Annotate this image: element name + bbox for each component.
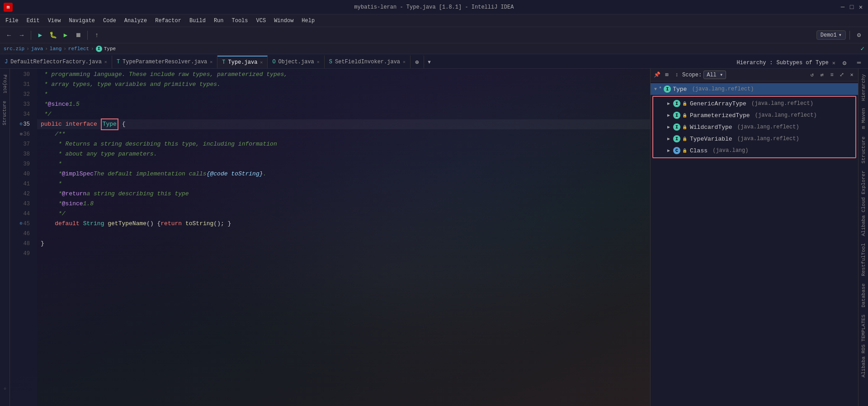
root-label: Type bbox=[673, 86, 687, 93]
right-sidebar-database[interactable]: Database bbox=[860, 280, 867, 311]
arrow-4[interactable]: ▶ bbox=[666, 136, 671, 142]
sidebar-project-icon[interactable]: Project bbox=[0, 71, 9, 98]
arrow-2[interactable]: ▶ bbox=[666, 113, 671, 118]
hierarchy-swap-btn[interactable]: ⇄ bbox=[817, 71, 826, 80]
hierarchy-item-wildcardtype[interactable]: ▶ I 🔒 WildcardType (java.lang.reflect) bbox=[653, 121, 855, 133]
breadcrumb-type[interactable]: Type bbox=[104, 46, 116, 52]
minimize-button[interactable]: ─ bbox=[839, 4, 846, 11]
menu-run[interactable]: Run bbox=[210, 17, 227, 25]
sidebar-favorites-icon[interactable]: ☆ bbox=[0, 384, 10, 393]
menu-navigate[interactable]: Navigate bbox=[65, 17, 99, 25]
hierarchy-sort-btn[interactable]: ↕ bbox=[672, 71, 681, 80]
hierarchy-align-btn[interactable]: ≡ bbox=[827, 71, 836, 80]
code-text-31: * array types, type variables and primit… bbox=[41, 80, 221, 90]
breadcrumb-java[interactable]: java bbox=[31, 46, 43, 52]
debug-button[interactable]: 🐛 bbox=[47, 30, 58, 41]
right-sidebar-restful[interactable]: RestfulTool bbox=[860, 240, 867, 280]
code-text-44: */ bbox=[41, 209, 66, 219]
menu-edit[interactable]: Edit bbox=[23, 17, 43, 25]
editor-container[interactable]: 30 31 32 33 34 ⊙35 ⊟36 37 38 39 40 41 42… bbox=[10, 69, 650, 406]
hierarchy-root-item[interactable]: ▼ * I Type (java.lang.reflect) bbox=[651, 83, 858, 95]
menu-vcs[interactable]: VCS bbox=[253, 17, 270, 25]
menu-tools[interactable]: Tools bbox=[228, 17, 252, 25]
tab-typejava[interactable]: T Type.java ✕ bbox=[217, 56, 268, 68]
tab-close-5[interactable]: ✕ bbox=[403, 59, 406, 65]
hierarchy-expand-btn[interactable]: ⤢ bbox=[837, 71, 846, 80]
code-type-name: Type bbox=[101, 118, 118, 130]
code-line-35: public interface Type { bbox=[37, 119, 650, 129]
code-editor[interactable]: * programming language. These include ra… bbox=[37, 69, 650, 406]
right-sidebar-ros[interactable]: Alibaba ROS TEMPLATES bbox=[860, 311, 867, 381]
menu-help[interactable]: Help bbox=[298, 17, 318, 25]
code-line-34: */ bbox=[37, 109, 650, 119]
hierarchy-subtitle: Subtypes of Type bbox=[777, 60, 829, 66]
arrow-5[interactable]: ▶ bbox=[666, 148, 671, 153]
breadcrumb-srczip[interactable]: src.zip bbox=[4, 46, 24, 52]
toolbar-separator-2 bbox=[87, 31, 88, 40]
code-line-37: * Returns a string describing this type,… bbox=[37, 139, 650, 149]
build-button[interactable]: ▶ bbox=[35, 30, 46, 41]
tab-close-3[interactable]: ✕ bbox=[260, 60, 263, 65]
linenum-37: 37 bbox=[10, 139, 33, 149]
tab-close-2[interactable]: ✕ bbox=[210, 59, 212, 65]
scope-dropdown[interactable]: All ▾ bbox=[703, 71, 726, 79]
breadcrumb-lang[interactable]: lang bbox=[50, 46, 61, 52]
scope-selector: Scope: All ▾ bbox=[682, 71, 726, 79]
hierarchy-gear-icon[interactable]: ═ bbox=[854, 57, 864, 68]
code-text-39: * bbox=[41, 159, 62, 169]
hierarchy-close-btn[interactable]: ✕ bbox=[832, 60, 835, 66]
maximize-button[interactable]: □ bbox=[848, 4, 855, 11]
hierarchy-close-x-btn[interactable]: ✕ bbox=[847, 71, 856, 80]
run-button[interactable]: ▶ bbox=[60, 30, 71, 41]
sidebar-structure-icon[interactable]: Structure bbox=[0, 109, 9, 118]
settings-button[interactable]: ⚙ bbox=[854, 30, 864, 41]
back-button[interactable]: ← bbox=[4, 30, 14, 41]
code-text-42b: a string describing this type bbox=[86, 189, 189, 199]
tab-close-1[interactable]: ✕ bbox=[104, 59, 107, 65]
hierarchy-item-parameterizedtype[interactable]: ▶ I 🔒 ParameterizedType (java.lang.refle… bbox=[653, 109, 855, 121]
tab-close-4[interactable]: ✕ bbox=[317, 59, 320, 65]
gutter-icon-45[interactable]: ⊙ bbox=[20, 219, 23, 229]
hierarchy-settings-icon[interactable]: ⚙ bbox=[839, 57, 850, 68]
right-sidebar-hierarchy[interactable]: Hierarchy bbox=[860, 71, 867, 104]
close-button[interactable]: ✕ bbox=[857, 4, 864, 11]
stop-button[interactable]: ⏹ bbox=[73, 30, 84, 41]
gutter-icon-35[interactable]: ⊙ bbox=[20, 119, 23, 129]
icon-wildcardtype: I bbox=[673, 123, 680, 131]
hierarchy-refresh-btn[interactable]: ↺ bbox=[807, 71, 816, 80]
tab-more[interactable]: ⊕ bbox=[410, 56, 424, 68]
tab-objectjava[interactable]: O Object.java ✕ bbox=[268, 56, 324, 68]
right-sidebar-structure[interactable]: Structure bbox=[860, 133, 867, 167]
forward-button[interactable]: → bbox=[16, 30, 27, 41]
breadcrumb-reflect[interactable]: reflect bbox=[68, 46, 89, 52]
icon-class: C bbox=[673, 147, 680, 154]
hierarchy-pin-btn[interactable]: 📌 bbox=[652, 71, 661, 80]
menu-code[interactable]: Code bbox=[99, 17, 120, 25]
code-45d bbox=[182, 219, 185, 229]
hierarchy-item-class[interactable]: ▶ C 🔒 Class (java.lang) bbox=[653, 145, 855, 156]
menu-analyze[interactable]: Analyze bbox=[121, 17, 151, 25]
git-button[interactable]: ↑ bbox=[91, 30, 102, 41]
menu-build[interactable]: Build bbox=[186, 17, 209, 25]
hierarchy-item-genericarraytype[interactable]: ▶ I 🔒 GenericArrayType (java.lang.reflec… bbox=[653, 98, 855, 109]
menu-window[interactable]: Window bbox=[270, 17, 297, 25]
arrow-1[interactable]: ▶ bbox=[666, 101, 671, 106]
code-indent-45 bbox=[41, 219, 55, 229]
tab-typeparameterresolver[interactable]: T TypeParameterResolver.java ✕ bbox=[112, 56, 217, 68]
code-text-32: * bbox=[41, 90, 48, 99]
tab-dropdown[interactable]: ▾ bbox=[424, 56, 435, 68]
menu-view[interactable]: View bbox=[44, 17, 65, 25]
breadcrumb-sep-3: › bbox=[63, 46, 66, 52]
menu-refactor[interactable]: Refactor bbox=[151, 17, 185, 25]
right-sidebar-maven[interactable]: m Maven bbox=[860, 104, 867, 132]
right-sidebar-alibaba[interactable]: Alibaba Cloud Explorer bbox=[860, 167, 867, 240]
hierarchy-tree[interactable]: ▼ * I Type (java.lang.reflect) ▶ I 🔒 Gen… bbox=[651, 81, 858, 406]
hierarchy-item-typevariable[interactable]: ▶ I 🔒 TypeVariable (java.lang.reflect) bbox=[653, 133, 855, 145]
menu-file[interactable]: File bbox=[2, 17, 22, 25]
tab-setfieldinvoker[interactable]: S SetFieldInvoker.java ✕ bbox=[325, 56, 410, 68]
pkg-typevariable: (java.lang.reflect) bbox=[734, 136, 799, 142]
arrow-3[interactable]: ▶ bbox=[666, 124, 671, 130]
demo-selector[interactable]: Demo1 ▾ bbox=[816, 30, 846, 40]
tab-defaultreflectorfactory[interactable]: J DefaultReflectorFactory.java ✕ bbox=[0, 56, 112, 68]
hierarchy-nav-btn[interactable]: ⊞ bbox=[662, 71, 671, 80]
